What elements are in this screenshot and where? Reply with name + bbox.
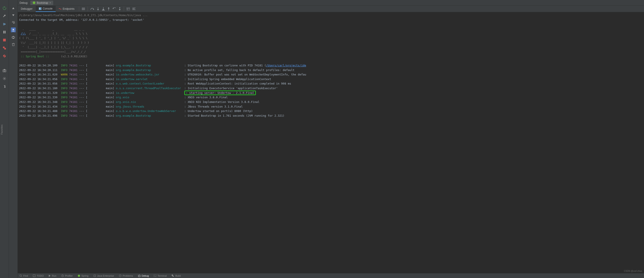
- svg-rect-10: [4, 69, 5, 70]
- endpoints-tab[interactable]: Endpoints: [56, 6, 78, 12]
- todo-toolwindow[interactable]: TODO: [33, 275, 44, 277]
- debug-tabstrip: Debug: Bootstrap ×: [18, 0, 644, 5]
- svg-rect-14: [13, 38, 14, 39]
- svg-point-4: [3, 46, 5, 48]
- console-output[interactable]: /Library/Java/JavaVirtualMachines/jdk1.8…: [18, 12, 644, 273]
- endpoints-icon: [59, 7, 62, 10]
- stop-icon[interactable]: [2, 38, 6, 42]
- soft-wrap-icon[interactable]: [11, 20, 15, 24]
- mute-breakpoints-icon[interactable]: [2, 54, 6, 58]
- debug-label: Debug:: [20, 1, 28, 4]
- pin-icon[interactable]: [2, 85, 6, 89]
- spring-toolwindow[interactable]: Spring: [78, 275, 88, 277]
- svg-rect-18: [102, 10, 105, 10]
- close-tab-icon[interactable]: ×: [50, 1, 51, 4]
- svg-rect-28: [154, 275, 156, 277]
- build-toolwindow[interactable]: Build: [172, 275, 181, 277]
- svg-rect-15: [12, 44, 14, 46]
- camera-icon[interactable]: [2, 69, 6, 73]
- bottom-toolbar: Find TODO Run Profiler Spring Java Enter…: [18, 273, 644, 278]
- left-toolwindow-rail: Favorites: [0, 0, 9, 278]
- terminal-toolwindow[interactable]: Terminal: [154, 275, 167, 277]
- svg-point-21: [20, 275, 22, 277]
- force-step-into-icon[interactable]: [101, 7, 106, 10]
- svg-point-16: [32, 1, 35, 4]
- rerun-icon[interactable]: [2, 6, 6, 10]
- run-toolwindow[interactable]: Run: [48, 275, 56, 277]
- svg-rect-3: [3, 39, 6, 41]
- svg-rect-20: [127, 7, 130, 10]
- debug-toolwindow[interactable]: Debug: [138, 275, 149, 277]
- threads-icon[interactable]: [80, 7, 86, 10]
- svg-point-27: [138, 275, 140, 277]
- step-into-icon[interactable]: [95, 7, 101, 10]
- console-tab[interactable]: Console: [36, 6, 56, 12]
- scroll-up-icon[interactable]: [11, 6, 15, 10]
- view-breakpoints-icon[interactable]: [2, 46, 6, 50]
- run-to-cursor-icon[interactable]: [117, 7, 122, 10]
- step-out-icon[interactable]: [106, 7, 111, 10]
- watermark: CSDN @carl-zhao: [624, 270, 642, 272]
- drop-frame-icon[interactable]: [111, 7, 117, 10]
- settings-icon[interactable]: [2, 77, 6, 81]
- profiler-toolwindow[interactable]: Profiler: [61, 275, 73, 277]
- svg-rect-2: [5, 31, 6, 33]
- trace-icon[interactable]: [131, 7, 137, 10]
- favorites-label[interactable]: Favorites: [0, 125, 3, 135]
- resume-icon[interactable]: [2, 22, 6, 26]
- scroll-down-icon[interactable]: [11, 13, 15, 17]
- pause-icon[interactable]: [2, 30, 6, 34]
- svg-rect-0: [3, 23, 4, 25]
- svg-point-5: [4, 48, 6, 50]
- print-icon[interactable]: [11, 35, 15, 39]
- debugger-tab[interactable]: Debugger: [18, 6, 36, 12]
- javaee-toolwindow[interactable]: Java Enterprise: [93, 275, 114, 277]
- svg-point-24: [78, 275, 80, 277]
- spring-leaf-icon: [32, 1, 36, 4]
- svg-point-11: [4, 78, 5, 79]
- svg-rect-19: [119, 7, 120, 8]
- debug-toolbar: Debugger Console Endpoints: [18, 5, 644, 12]
- svg-point-9: [4, 70, 5, 71]
- evaluate-icon[interactable]: [125, 7, 131, 10]
- debug-actions-rail: [9, 0, 18, 278]
- problems-toolwindow[interactable]: Problems: [119, 275, 133, 277]
- svg-rect-25: [94, 275, 96, 277]
- svg-rect-1: [3, 31, 4, 33]
- wrench-icon[interactable]: [2, 14, 6, 18]
- clear-icon[interactable]: [11, 42, 15, 46]
- svg-rect-13: [13, 36, 14, 37]
- run-config-name: Bootstrap: [37, 1, 48, 4]
- find-toolwindow[interactable]: Find: [20, 275, 28, 277]
- run-config-tab[interactable]: Bootstrap ×: [30, 1, 53, 5]
- step-over-icon[interactable]: [89, 7, 95, 10]
- console-icon: [39, 7, 42, 10]
- scroll-to-end-icon[interactable]: [11, 27, 16, 32]
